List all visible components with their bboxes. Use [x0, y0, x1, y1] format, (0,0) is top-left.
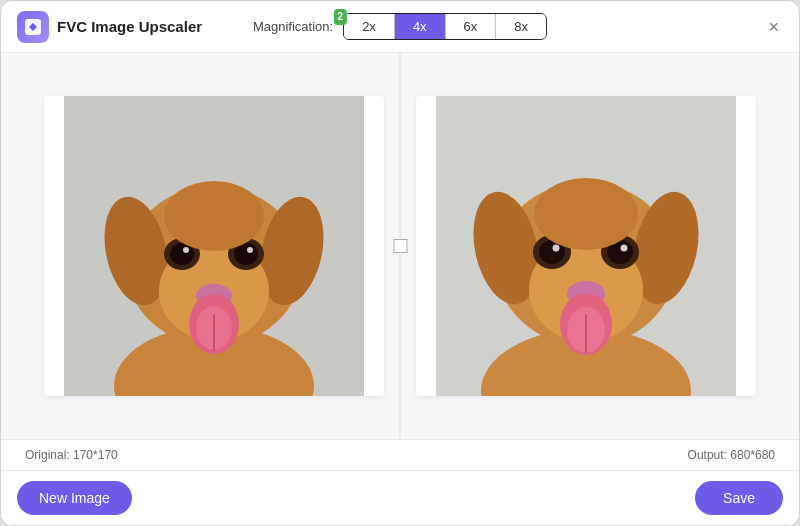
main-content: [1, 53, 799, 439]
mag-btn-2x[interactable]: 2x: [344, 14, 395, 39]
new-image-button[interactable]: New Image: [17, 481, 132, 515]
magnification-controls: Magnification: 2 2x 4x 6x 8x: [253, 13, 547, 40]
original-size: Original: 170*170: [25, 448, 118, 462]
svg-point-26: [553, 245, 560, 252]
info-bar: Original: 170*170 Output: 680*680: [1, 439, 799, 470]
mag-btn-6x[interactable]: 6x: [446, 14, 497, 39]
output-image: [416, 96, 756, 396]
app-title: FVC Image Upscaler: [57, 18, 202, 35]
output-size: Output: 680*680: [688, 448, 775, 462]
title-bar: FVC Image Upscaler Magnification: 2 2x 4…: [1, 1, 799, 53]
svg-point-12: [247, 247, 253, 253]
svg-point-34: [534, 178, 638, 250]
app-logo: FVC Image Upscaler: [17, 11, 202, 43]
original-image-panel: [44, 96, 384, 396]
divider-square: [393, 239, 407, 253]
magnification-buttons-group: 2x 4x 6x 8x: [343, 13, 547, 40]
save-button[interactable]: Save: [695, 481, 783, 515]
mag-btn-4x[interactable]: 4x: [395, 14, 446, 39]
svg-point-9: [183, 247, 189, 253]
center-divider: [400, 53, 401, 439]
svg-point-29: [621, 245, 628, 252]
original-image: [44, 96, 384, 396]
bottom-bar: New Image Save: [1, 470, 799, 525]
magnification-label: Magnification: 2: [253, 19, 333, 34]
logo-icon: [17, 11, 49, 43]
svg-point-17: [164, 181, 264, 251]
close-button[interactable]: ×: [764, 14, 783, 40]
output-image-panel: [416, 96, 756, 396]
mag-btn-8x[interactable]: 8x: [496, 14, 546, 39]
magnification-badge: 2: [334, 9, 348, 25]
app-window: FVC Image Upscaler Magnification: 2 2x 4…: [0, 0, 800, 526]
